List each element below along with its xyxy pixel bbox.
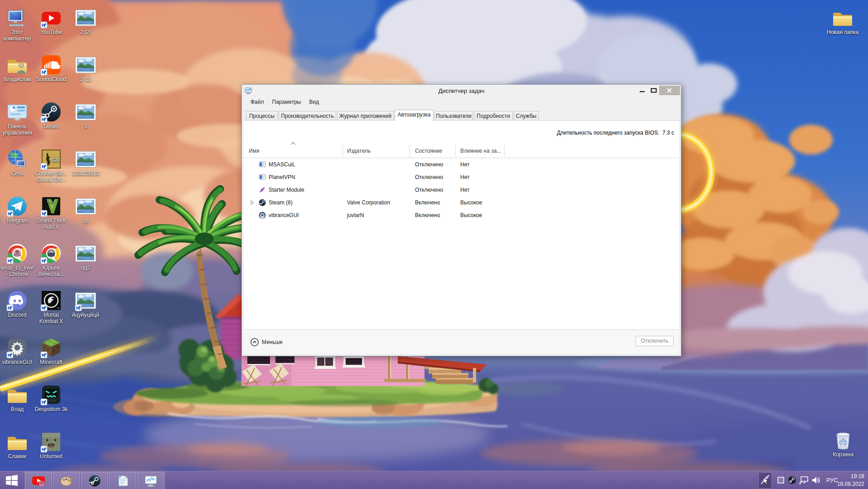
svg-text:GO: GO <box>52 157 60 163</box>
svg-text:Меньше: Меньше <box>262 339 283 345</box>
svg-text:FIVE: FIVE <box>47 200 53 203</box>
svg-text:TM: TM <box>57 307 60 310</box>
